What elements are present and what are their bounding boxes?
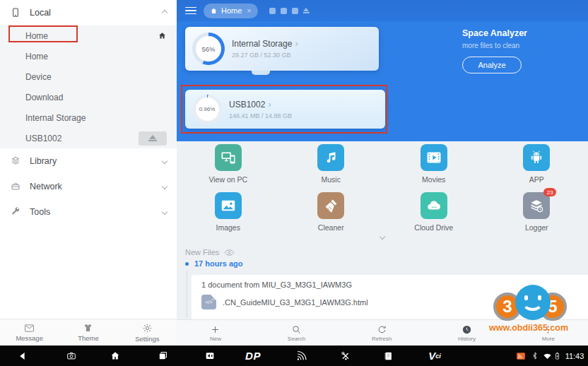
repair-tools-button[interactable] [336, 346, 355, 366]
timeline-dot [185, 262, 189, 266]
window-icon[interactable] [281, 8, 287, 14]
window-icon[interactable] [269, 8, 276, 14]
footer-label: Message [16, 334, 43, 342]
storage-progress-ring: 56% [192, 33, 225, 65]
space-analyzer-subtitle: more files to clean [462, 42, 582, 49]
eject-button[interactable] [139, 131, 167, 146]
sidebar-item-internal-storage[interactable]: Internal Storage [0, 107, 177, 128]
collapse-section-button[interactable] [375, 233, 390, 240]
notebook-icon [383, 350, 394, 362]
new-button[interactable]: New [210, 324, 221, 342]
grid-item-logger[interactable]: 23 Logger [486, 192, 588, 240]
more-icon [543, 324, 553, 335]
wifi-status-icon [541, 346, 553, 366]
grid-item-music[interactable]: Music [280, 144, 383, 192]
grid-item-cleaner[interactable]: Cleaner [280, 192, 383, 240]
storage-title: Internal Storage› [232, 39, 298, 49]
recents-button[interactable] [153, 346, 172, 366]
internal-storage-card[interactable]: 56% Internal Storage› 29.27 GB / 52.30 G… [185, 27, 379, 71]
grid-item-images[interactable]: Images [177, 192, 280, 240]
toolbar-label: History [458, 336, 476, 342]
sidebar-item-home-2[interactable]: Home [0, 46, 177, 66]
home-icon [210, 7, 218, 15]
tools-icon [10, 206, 21, 218]
sidebar-item-library[interactable]: Library [0, 148, 177, 174]
bluetooth-icon [531, 351, 539, 360]
grid-item-label: Cloud Drive [414, 223, 453, 232]
sidebar-item-device[interactable]: Device [0, 66, 177, 87]
search-icon [291, 324, 302, 335]
volume-button[interactable] [201, 346, 219, 366]
android-navbar: DP Vci 11:43 [0, 346, 588, 366]
chevron-down-icon [162, 209, 167, 215]
sidebar-item-label: Device [25, 72, 167, 82]
more-button[interactable]: More [542, 324, 555, 342]
movies-icon [425, 149, 442, 166]
screenshot-button[interactable] [62, 346, 81, 366]
sidebar-item-network[interactable]: Network [0, 174, 177, 199]
battery-status-icon [552, 346, 562, 366]
card-handle [252, 71, 270, 75]
annotation-box-usb-card [181, 85, 387, 134]
theme-icon [83, 323, 93, 333]
search-button[interactable]: Search [288, 324, 305, 342]
chevron-up-icon [162, 10, 167, 16]
chevron-right-icon: › [295, 39, 298, 49]
sidebar-group-label: Network [30, 182, 154, 191]
sidebar-local-label: Local [30, 8, 154, 18]
home-icon [158, 31, 167, 40]
analyze-button[interactable]: Analyze [462, 57, 522, 73]
camera-icon [66, 350, 77, 361]
cloud-icon [425, 197, 442, 214]
menu-icon[interactable] [185, 7, 196, 15]
sidebar-item-download[interactable]: Download [0, 87, 177, 107]
grid-item-cloud-drive[interactable]: Cloud Drive [382, 192, 486, 240]
chevron-down-icon [162, 158, 167, 164]
sidebar-item-tools[interactable]: Tools [0, 199, 177, 225]
new-files-card: 1 document from MIU_G3_M3G1_IAWM3G </> .… [192, 275, 588, 319]
history-button[interactable]: History [458, 324, 476, 342]
close-icon[interactable]: × [247, 6, 251, 15]
file-row[interactable]: </> .CN_GuideMIU_G3_M3G1_IAWM3G.html [201, 295, 580, 309]
file-name: .CN_GuideMIU_G3_M3G1_IAWM3G.html [223, 298, 368, 307]
file-manager-screen: Local Home Home Device Download Internal… [0, 0, 588, 366]
sidebar-item-label: USB1002 [25, 134, 139, 143]
refresh-button[interactable]: Refresh [372, 324, 392, 342]
grid-item-movies[interactable]: Movies [382, 144, 486, 192]
library-icon [10, 155, 21, 167]
back-button[interactable] [14, 346, 31, 366]
refresh-icon [377, 324, 387, 335]
toolbar-label: New [210, 336, 221, 342]
chevron-down-icon [380, 234, 385, 240]
cleaner-icon [322, 197, 339, 214]
sidebar-group-label: Library [30, 156, 154, 166]
dp-logo-button[interactable]: DP [240, 346, 266, 366]
html-file-icon: </> [201, 295, 216, 309]
grid-item-app[interactable]: APP [486, 144, 588, 192]
toolbar-label: More [542, 336, 555, 342]
message-icon [24, 324, 35, 333]
sidebar-section-local[interactable]: Local [0, 0, 177, 25]
home-button[interactable] [106, 346, 124, 366]
tab-home[interactable]: Home × [204, 4, 258, 18]
space-analyzer: Space Analyzer more files to clean Analy… [462, 28, 582, 73]
eye-icon[interactable] [224, 249, 235, 256]
logger-icon [528, 197, 545, 214]
eject-icon[interactable] [303, 8, 310, 13]
window-icon[interactable] [292, 8, 298, 14]
settings-button[interactable]: Settings [118, 319, 177, 346]
theme-button[interactable]: Theme [59, 319, 117, 346]
history-icon [461, 324, 472, 335]
tab-label: Home [221, 6, 242, 15]
app-grid: View on PC Music Movies APP [177, 144, 588, 240]
journal-button[interactable] [378, 346, 398, 366]
grid-item-view-on-pc[interactable]: View on PC [177, 144, 280, 192]
vci-button[interactable]: Vci [423, 346, 447, 366]
message-button[interactable]: Message [0, 319, 59, 346]
document-summary: 1 document from MIU_G3_M3G1_IAWM3G [201, 281, 580, 289]
main-panel: Home × 56% Internal Storage› 29.27 GB / … [177, 0, 588, 346]
sidebar-item-usb1002[interactable]: USB1002 [0, 128, 177, 148]
footer-label: Settings [135, 335, 159, 343]
remote-diagnose-button[interactable] [291, 346, 311, 366]
tablet-icon [10, 7, 21, 18]
